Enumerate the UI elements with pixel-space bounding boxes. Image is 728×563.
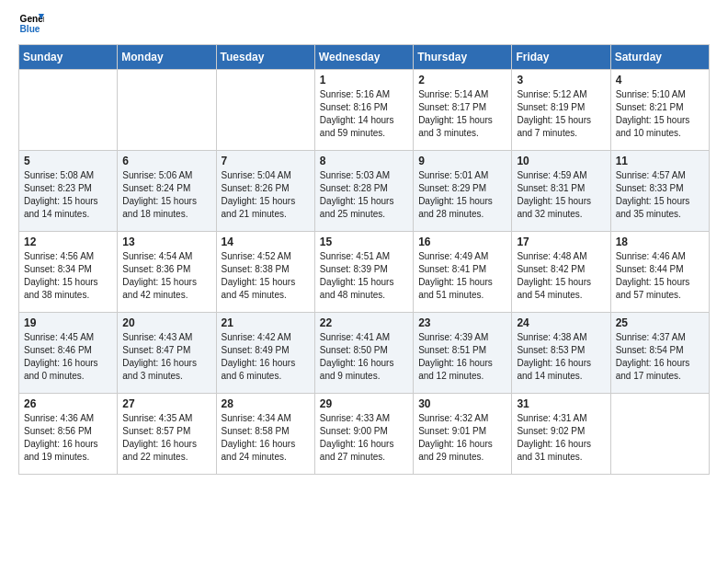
- day-info: Sunrise: 5:06 AM Sunset: 8:24 PM Dayligh…: [122, 169, 210, 221]
- day-info: Sunrise: 4:57 AM Sunset: 8:33 PM Dayligh…: [616, 169, 704, 221]
- calendar-cell: 1Sunrise: 5:16 AM Sunset: 8:16 PM Daylig…: [314, 70, 413, 151]
- calendar-cell: 28Sunrise: 4:34 AM Sunset: 8:58 PM Dayli…: [216, 394, 314, 475]
- logo-icon: General Blue: [18, 11, 44, 37]
- day-number: 3: [517, 74, 605, 86]
- day-info: Sunrise: 5:08 AM Sunset: 8:23 PM Dayligh…: [24, 169, 112, 221]
- day-number: 8: [320, 155, 408, 167]
- day-info: Sunrise: 4:32 AM Sunset: 9:01 PM Dayligh…: [418, 412, 506, 464]
- day-info: Sunrise: 4:48 AM Sunset: 8:42 PM Dayligh…: [517, 250, 605, 302]
- day-number: 22: [320, 316, 408, 329]
- calendar-cell: 30Sunrise: 4:32 AM Sunset: 9:01 PM Dayli…: [414, 394, 512, 475]
- weekday-header: Monday: [118, 45, 216, 70]
- day-number: 21: [222, 316, 310, 329]
- calendar-cell: 5Sunrise: 5:08 AM Sunset: 8:23 PM Daylig…: [19, 151, 118, 232]
- calendar-cell: 19Sunrise: 4:45 AM Sunset: 8:46 PM Dayli…: [19, 313, 118, 394]
- day-info: Sunrise: 4:41 AM Sunset: 8:50 PM Dayligh…: [320, 331, 408, 383]
- weekday-header: Saturday: [610, 45, 709, 70]
- day-number: 28: [222, 397, 310, 410]
- calendar-cell: 26Sunrise: 4:36 AM Sunset: 8:56 PM Dayli…: [19, 394, 118, 475]
- day-number: 17: [517, 236, 605, 248]
- day-number: 26: [24, 397, 112, 410]
- weekday-header: Friday: [512, 45, 610, 70]
- calendar-cell: 4Sunrise: 5:10 AM Sunset: 8:21 PM Daylig…: [610, 70, 709, 151]
- day-info: Sunrise: 5:03 AM Sunset: 8:28 PM Dayligh…: [320, 169, 408, 221]
- day-number: 4: [616, 74, 704, 86]
- day-number: 19: [24, 316, 112, 329]
- day-number: 24: [517, 316, 605, 329]
- day-number: 7: [222, 155, 310, 167]
- calendar-cell: 9Sunrise: 5:01 AM Sunset: 8:29 PM Daylig…: [414, 151, 512, 232]
- calendar-cell: 24Sunrise: 4:38 AM Sunset: 8:53 PM Dayli…: [512, 313, 610, 394]
- day-info: Sunrise: 4:33 AM Sunset: 9:00 PM Dayligh…: [320, 412, 408, 464]
- weekday-header: Thursday: [414, 45, 512, 70]
- calendar-cell: 3Sunrise: 5:12 AM Sunset: 8:19 PM Daylig…: [512, 70, 610, 151]
- day-number: 27: [122, 397, 210, 410]
- calendar-cell: 2Sunrise: 5:14 AM Sunset: 8:17 PM Daylig…: [414, 70, 512, 151]
- page-header: General Blue: [0, 0, 728, 40]
- day-info: Sunrise: 4:34 AM Sunset: 8:58 PM Dayligh…: [222, 412, 310, 464]
- day-info: Sunrise: 4:49 AM Sunset: 8:41 PM Dayligh…: [418, 250, 506, 302]
- day-info: Sunrise: 4:51 AM Sunset: 8:39 PM Dayligh…: [320, 250, 408, 302]
- calendar-cell: [19, 70, 118, 151]
- day-info: Sunrise: 4:56 AM Sunset: 8:34 PM Dayligh…: [24, 250, 112, 302]
- weekday-header: Tuesday: [216, 45, 314, 70]
- calendar-cell: 16Sunrise: 4:49 AM Sunset: 8:41 PM Dayli…: [414, 232, 512, 313]
- day-info: Sunrise: 5:04 AM Sunset: 8:26 PM Dayligh…: [222, 169, 310, 221]
- day-number: 6: [122, 155, 210, 167]
- day-number: 20: [122, 316, 210, 329]
- day-info: Sunrise: 5:01 AM Sunset: 8:29 PM Dayligh…: [418, 169, 506, 221]
- calendar-cell: 15Sunrise: 4:51 AM Sunset: 8:39 PM Dayli…: [314, 232, 413, 313]
- day-info: Sunrise: 5:12 AM Sunset: 8:19 PM Dayligh…: [517, 88, 605, 140]
- weekday-header: Sunday: [19, 45, 118, 70]
- day-number: 14: [222, 236, 310, 248]
- weekday-header: Wednesday: [314, 45, 413, 70]
- svg-text:Blue: Blue: [20, 24, 40, 34]
- day-number: 30: [418, 397, 506, 410]
- day-info: Sunrise: 5:14 AM Sunset: 8:17 PM Dayligh…: [418, 88, 506, 140]
- day-number: 16: [418, 236, 506, 248]
- calendar-cell: 7Sunrise: 5:04 AM Sunset: 8:26 PM Daylig…: [216, 151, 314, 232]
- calendar-week-row: 1Sunrise: 5:16 AM Sunset: 8:16 PM Daylig…: [19, 70, 710, 151]
- day-info: Sunrise: 5:16 AM Sunset: 8:16 PM Dayligh…: [320, 88, 408, 140]
- calendar-week-row: 26Sunrise: 4:36 AM Sunset: 8:56 PM Dayli…: [19, 394, 710, 475]
- calendar-cell: 23Sunrise: 4:39 AM Sunset: 8:51 PM Dayli…: [414, 313, 512, 394]
- calendar-cell: 31Sunrise: 4:31 AM Sunset: 9:02 PM Dayli…: [512, 394, 610, 475]
- day-info: Sunrise: 4:59 AM Sunset: 8:31 PM Dayligh…: [517, 169, 605, 221]
- calendar-cell: [610, 394, 709, 475]
- calendar-cell: 21Sunrise: 4:42 AM Sunset: 8:49 PM Dayli…: [216, 313, 314, 394]
- day-info: Sunrise: 4:52 AM Sunset: 8:38 PM Dayligh…: [222, 250, 310, 302]
- calendar-cell: 25Sunrise: 4:37 AM Sunset: 8:54 PM Dayli…: [610, 313, 709, 394]
- day-info: Sunrise: 4:46 AM Sunset: 8:44 PM Dayligh…: [616, 250, 704, 302]
- calendar-cell: [216, 70, 314, 151]
- calendar-cell: 14Sunrise: 4:52 AM Sunset: 8:38 PM Dayli…: [216, 232, 314, 313]
- day-info: Sunrise: 4:35 AM Sunset: 8:57 PM Dayligh…: [122, 412, 210, 464]
- calendar-cell: 6Sunrise: 5:06 AM Sunset: 8:24 PM Daylig…: [118, 151, 216, 232]
- calendar-cell: [118, 70, 216, 151]
- day-number: 1: [320, 74, 408, 86]
- day-number: 18: [616, 236, 704, 248]
- calendar-table: SundayMondayTuesdayWednesdayThursdayFrid…: [18, 44, 710, 475]
- day-number: 13: [122, 236, 210, 248]
- logo: General Blue: [18, 11, 48, 37]
- day-number: 15: [320, 236, 408, 248]
- calendar-cell: 17Sunrise: 4:48 AM Sunset: 8:42 PM Dayli…: [512, 232, 610, 313]
- calendar-cell: 20Sunrise: 4:43 AM Sunset: 8:47 PM Dayli…: [118, 313, 216, 394]
- calendar-cell: 10Sunrise: 4:59 AM Sunset: 8:31 PM Dayli…: [512, 151, 610, 232]
- calendar-cell: 18Sunrise: 4:46 AM Sunset: 8:44 PM Dayli…: [610, 232, 709, 313]
- day-info: Sunrise: 4:39 AM Sunset: 8:51 PM Dayligh…: [418, 331, 506, 383]
- day-info: Sunrise: 4:37 AM Sunset: 8:54 PM Dayligh…: [616, 331, 704, 383]
- day-number: 11: [616, 155, 704, 167]
- day-number: 9: [418, 155, 506, 167]
- day-info: Sunrise: 4:42 AM Sunset: 8:49 PM Dayligh…: [222, 331, 310, 383]
- day-number: 10: [517, 155, 605, 167]
- day-number: 2: [418, 74, 506, 86]
- day-info: Sunrise: 4:36 AM Sunset: 8:56 PM Dayligh…: [24, 412, 112, 464]
- calendar-cell: 13Sunrise: 4:54 AM Sunset: 8:36 PM Dayli…: [118, 232, 216, 313]
- day-info: Sunrise: 4:38 AM Sunset: 8:53 PM Dayligh…: [517, 331, 605, 383]
- calendar-cell: 27Sunrise: 4:35 AM Sunset: 8:57 PM Dayli…: [118, 394, 216, 475]
- day-info: Sunrise: 5:10 AM Sunset: 8:21 PM Dayligh…: [616, 88, 704, 140]
- calendar-week-row: 5Sunrise: 5:08 AM Sunset: 8:23 PM Daylig…: [19, 151, 710, 232]
- calendar-cell: 22Sunrise: 4:41 AM Sunset: 8:50 PM Dayli…: [314, 313, 413, 394]
- day-number: 25: [616, 316, 704, 329]
- day-info: Sunrise: 4:31 AM Sunset: 9:02 PM Dayligh…: [517, 412, 605, 464]
